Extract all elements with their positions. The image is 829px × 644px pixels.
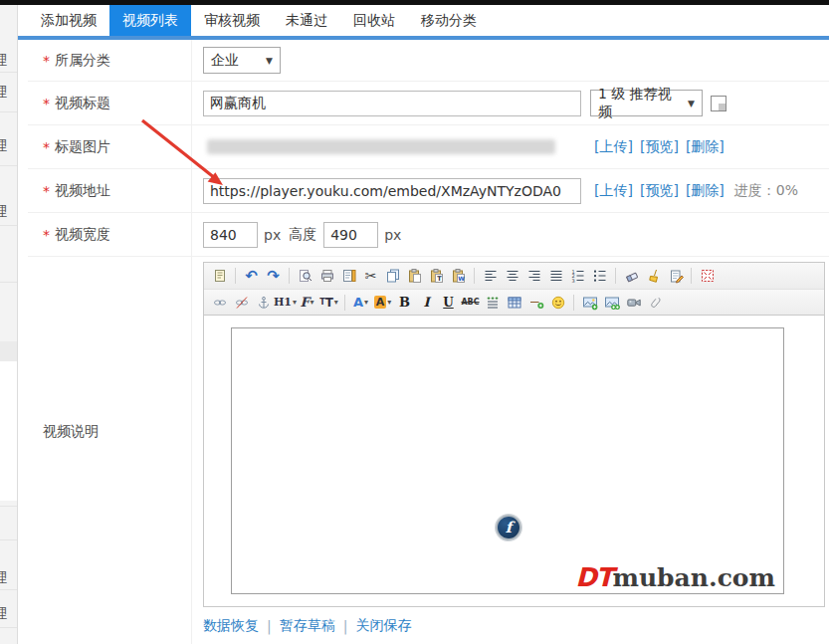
tab-recycle-bin[interactable]: 回收站 — [340, 5, 408, 36]
strikethrough-icon[interactable]: ABC — [461, 294, 480, 312]
redo-icon[interactable]: ↷ — [264, 267, 283, 285]
tab-video-list[interactable]: 视频列表 — [109, 5, 191, 36]
save-draft-link[interactable]: 暂存草稿 — [280, 617, 335, 635]
url-delete-link[interactable]: [删除] — [686, 182, 725, 200]
tab-not-passed[interactable]: 未通过 — [273, 5, 340, 36]
category-select[interactable]: 企业 ▼ — [203, 47, 281, 74]
video-url-input[interactable] — [203, 178, 581, 204]
align-right-icon[interactable] — [524, 267, 543, 285]
copy-icon[interactable] — [383, 267, 402, 285]
insert-video-icon[interactable] — [624, 294, 643, 312]
unordered-list-icon[interactable] — [590, 267, 609, 285]
align-center-icon[interactable] — [503, 267, 521, 285]
source-edit-icon[interactable] — [210, 267, 229, 285]
paste-icon[interactable] — [405, 267, 424, 285]
video-title-input[interactable] — [203, 91, 581, 116]
svg-text:W: W — [458, 275, 465, 282]
tab-bar: 添加视频 视频列表 审核视频 未通过 回收站 移动分类 — [18, 5, 829, 36]
align-left-icon[interactable] — [481, 267, 500, 285]
url-upload-link[interactable]: [上传] — [594, 182, 633, 200]
title-color-picker-icon[interactable] — [711, 96, 726, 111]
required-mark: * — [43, 139, 50, 155]
paste-from-word-icon[interactable]: W — [449, 267, 468, 285]
required-mark: * — [43, 183, 50, 199]
editor-canvas[interactable]: f DTmuban.com — [204, 316, 824, 606]
sidebar-item-partial[interactable]: 理 — [0, 137, 7, 153]
text-color-icon[interactable]: A▾ — [351, 294, 370, 312]
cut-icon[interactable]: ✂ — [361, 267, 380, 285]
image-upload-link[interactable]: [上传] — [594, 138, 633, 156]
category-label: * 所属分类 — [28, 40, 191, 81]
insert-image-icon[interactable] — [580, 294, 599, 312]
footer-separator: | — [343, 618, 348, 634]
unlink-icon[interactable] — [232, 294, 251, 312]
collapsed-sidebar: 理 理 理 理 理 理 — [0, 5, 18, 644]
underline-icon[interactable]: U — [439, 294, 458, 312]
sidebar-item-partial[interactable]: 理 — [0, 203, 7, 219]
italic-icon[interactable]: I — [417, 294, 436, 312]
attachment-icon[interactable] — [646, 294, 665, 312]
tab-move-category[interactable]: 移动分类 — [408, 5, 490, 36]
tab-review-video[interactable]: 审核视频 — [191, 5, 273, 36]
image-delete-link[interactable]: [删除] — [686, 138, 725, 156]
preview-icon[interactable] — [296, 267, 314, 285]
editor-toolbar-row2: H1▾ F▾ TT▾ A▾ A▾ B I U ABC — [204, 290, 824, 316]
title-label: * 视频标题 — [28, 82, 191, 124]
svg-text:3: 3 — [571, 278, 574, 284]
fullscreen-icon[interactable] — [698, 267, 717, 285]
paste-as-text-icon[interactable]: T — [427, 267, 446, 285]
quick-format-icon[interactable] — [666, 267, 685, 285]
undo-icon[interactable]: ↶ — [242, 267, 261, 285]
title-image-input[interactable] — [203, 139, 581, 154]
caret-down-icon: ▾ — [334, 298, 338, 307]
row-title: * 视频标题 1 级 推荐视频 ▼ — [28, 82, 829, 125]
sidebar-band — [0, 341, 18, 361]
horizontal-rule-icon[interactable] — [526, 294, 545, 312]
font-family-icon[interactable]: F▾ — [298, 294, 316, 312]
line-height-icon[interactable] — [483, 294, 502, 312]
ordered-list-icon[interactable]: 123 — [568, 267, 587, 285]
flash-player-icon: f — [496, 515, 521, 540]
link-icon[interactable] — [210, 294, 229, 312]
rich-text-editor: ↶ ↷ ✂ T W — [203, 262, 825, 607]
font-size-icon[interactable]: TT▾ — [319, 294, 338, 312]
blurred-image-path — [207, 139, 555, 154]
row-category: * 所属分类 企业 ▼ — [28, 40, 829, 82]
footer-separator: | — [267, 618, 272, 634]
form-area: * 所属分类 企业 ▼ * 视频标题 1 级 推荐视频 ▼ — [18, 40, 829, 644]
recommend-level-select[interactable]: 1 级 推荐视频 ▼ — [590, 90, 703, 116]
data-restore-link[interactable]: 数据恢复 — [203, 617, 259, 635]
sidebar-item-partial[interactable]: 理 — [0, 84, 7, 100]
dropdown-arrow-icon: ▼ — [266, 56, 273, 66]
height-unit: px — [384, 227, 401, 243]
anchor-icon[interactable] — [254, 294, 273, 312]
highlight-color-icon[interactable]: A▾ — [373, 294, 392, 312]
size-label: * 视频宽度 — [28, 213, 191, 256]
sidebar-item-partial[interactable]: 理 — [0, 569, 7, 585]
caret-down-icon: ▾ — [364, 298, 368, 307]
print-icon[interactable] — [317, 267, 336, 285]
format-clean-icon[interactable] — [644, 267, 663, 285]
batch-image-icon[interactable] — [602, 294, 621, 312]
emoticon-icon[interactable] — [548, 294, 567, 312]
bold-icon[interactable]: B — [395, 294, 414, 312]
row-footer: 数据恢复 | 暂存草稿 | 关闭保存 — [28, 607, 829, 644]
table-icon[interactable] — [505, 294, 523, 312]
video-width-input[interactable] — [203, 222, 258, 248]
video-height-input[interactable] — [323, 222, 378, 248]
required-mark: * — [43, 227, 50, 243]
required-mark: * — [43, 53, 50, 69]
tab-add-video[interactable]: 添加视频 — [28, 5, 109, 36]
template-icon[interactable] — [339, 267, 358, 285]
close-save-link[interactable]: 关闭保存 — [355, 617, 411, 635]
eraser-icon[interactable] — [622, 267, 641, 285]
justify-icon[interactable] — [546, 267, 565, 285]
watermark: DTmuban.com — [575, 562, 775, 592]
image-label: * 标题图片 — [28, 125, 191, 168]
heading-icon[interactable]: H1▾ — [276, 294, 295, 312]
sidebar-item-partial[interactable]: 理 — [0, 605, 7, 621]
sidebar-item-partial[interactable]: 理 — [0, 52, 7, 68]
image-preview-link[interactable]: [预览] — [640, 138, 679, 156]
height-label: 高度 — [289, 226, 316, 244]
url-preview-link[interactable]: [预览] — [640, 182, 679, 200]
